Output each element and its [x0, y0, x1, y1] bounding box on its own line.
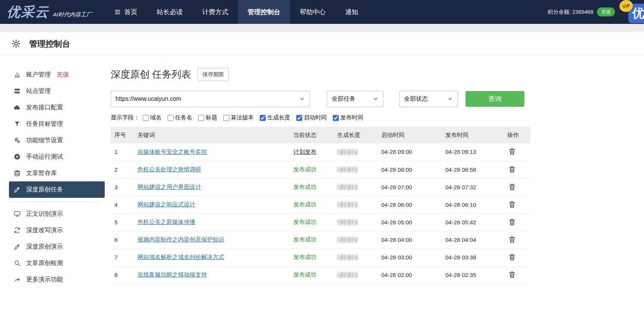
main-content: 深度原创 任务列表 保存期限 https://www.ucaiyun.com 全…	[105, 56, 524, 288]
table-row: 2危机公关处理之舆情调研发布成功04-28 08:0004-28 08:58	[111, 161, 530, 178]
status-text[interactable]: 计划发布	[293, 149, 316, 155]
keyword-link[interactable]: 网站建设之响应式设计	[138, 201, 195, 208]
table-row: 7网站域名解析之域名纠纷解决方式发布成功04-28 03:0004-28 03:…	[111, 249, 530, 266]
bar-chart-icon	[13, 71, 21, 78]
sidebar-nav: 账户管理充值站点管理发布接口配置任务目标管理功能细节设置手动运行测试文章暂存库深…	[0, 56, 105, 288]
edit-icon	[13, 243, 21, 250]
keyword-link[interactable]: 危机公关处理之舆情调研	[138, 166, 201, 172]
field-checkbox-publish-time[interactable]: 发布时间	[333, 114, 363, 122]
trash-icon	[508, 200, 516, 209]
status-text: 发布成功	[293, 219, 316, 225]
sidebar-item-feature-detail[interactable]: 功能细节设置	[9, 132, 105, 149]
masked-length-value	[337, 237, 357, 243]
checkbox-algo-version[interactable]	[223, 115, 229, 121]
task-table: 序号关键词当前状态生成长度启动时间发布时间操作 1自媒体账号安全之账号监控计划发…	[111, 127, 530, 284]
keyword-link[interactable]: 网站域名解析之域名纠纷解决方式	[138, 254, 224, 260]
keyword-link[interactable]: 自媒体账号安全之账号监控	[138, 149, 207, 155]
database-icon	[13, 169, 21, 177]
sidebar-item-demo-more[interactable]: 更多演示功能	[9, 271, 105, 288]
status-text: 发布成功	[293, 236, 316, 243]
sidebar-item-manual-test[interactable]: 手动运行测试	[9, 149, 105, 165]
delete-button[interactable]	[507, 235, 517, 245]
task-list-title: 深度原创 任务列表	[111, 68, 191, 81]
delete-button[interactable]	[507, 182, 517, 193]
masked-length-value	[337, 149, 357, 155]
keyword-link[interactable]: 在线客服功能之移动端支持	[138, 271, 207, 278]
table-row: 8在线客服功能之移动端支持发布成功04-28 02:0004-28 02:35	[111, 266, 530, 284]
brand-logo[interactable]: 优采云 AI时代内容工厂	[7, 3, 92, 21]
field-checkbox-start-time[interactable]: 启动时间	[296, 114, 327, 122]
column-header-2: 当前状态	[290, 127, 334, 143]
checkbox-gen-length[interactable]	[260, 115, 266, 121]
sidebar-item-label: 深度原创任务	[26, 186, 63, 194]
column-header-5: 发布时间	[442, 127, 503, 143]
play-icon	[13, 153, 21, 160]
sidebar-item-demo-original[interactable]: 深度原创演示	[9, 238, 105, 255]
nav-item-console[interactable]: 管理控制台	[238, 0, 290, 24]
status-select[interactable]: 全部状态	[399, 91, 458, 107]
arrow-icon	[13, 276, 21, 283]
field-checkbox-algo-version[interactable]: 算法版本	[223, 114, 254, 122]
field-checkbox-task-name[interactable]: 任务名	[168, 114, 193, 122]
row-number: 3	[111, 178, 134, 196]
query-button[interactable]: 查询	[465, 91, 524, 107]
nav-item-must-read[interactable]: 站长必读	[147, 0, 193, 24]
field-checkbox-gen-length[interactable]: 生成长度	[260, 114, 290, 122]
save-period-button[interactable]: 保存期限	[198, 68, 229, 81]
brand-tagline: AI时代内容工厂	[53, 11, 92, 18]
chevron-down-icon	[447, 96, 453, 102]
sidebar-item-task-target[interactable]: 任务目标管理	[9, 116, 105, 132]
page-header: 管理控制台	[0, 32, 644, 56]
start-time: 04-28 05:00	[378, 213, 442, 231]
keyword-link[interactable]: 网站建设之用户界面设计	[138, 184, 201, 190]
sidebar-item-demo-extract[interactable]: 正文识别演示	[9, 206, 105, 222]
sidebar-item-deep-original-task[interactable]: 深度原创任务	[9, 181, 105, 198]
table-header-row: 序号关键词当前状态生成长度启动时间发布时间操作	[111, 127, 530, 143]
sidebar-item-demo-rewrite[interactable]: 深度改写演示	[9, 222, 105, 238]
start-time: 04-28 06:00	[378, 196, 442, 213]
delete-button[interactable]	[507, 147, 517, 157]
status-text: 发布成功	[293, 201, 316, 208]
recharge-button[interactable]: 充值	[597, 7, 615, 16]
sidebar-divider	[9, 202, 100, 202]
field-checkbox-title[interactable]: 标题	[198, 114, 217, 122]
chevron-down-icon	[299, 96, 305, 102]
checkbox-label: 生成长度	[267, 114, 290, 122]
field-checkbox-domain[interactable]: 域名	[143, 114, 162, 122]
checkbox-start-time[interactable]	[296, 115, 302, 121]
site-select[interactable]: https://www.ucaiyun.com	[111, 91, 310, 107]
checkbox-task-name[interactable]	[168, 115, 174, 121]
sidebar-item-sites[interactable]: 站点管理	[9, 83, 105, 99]
sidebar-item-publish-api[interactable]: 发布接口配置	[9, 99, 105, 116]
delete-button[interactable]	[507, 270, 517, 280]
start-time: 04-28 04:00	[378, 231, 442, 249]
sidebar-item-label: 手动运行测试	[26, 153, 63, 161]
cloud-icon	[13, 104, 21, 111]
sidebar-item-label: 站点管理	[26, 87, 51, 95]
points-balance: 积分余额: 2365468	[547, 9, 593, 16]
delete-button[interactable]	[507, 200, 517, 210]
nav-item-help-center[interactable]: 帮助中心	[290, 0, 335, 24]
task-select[interactable]: 全部任务	[327, 91, 383, 107]
sidebar-item-demo-check[interactable]: 文章原创检测	[9, 255, 105, 271]
nav-item-billing[interactable]: 计费方式	[193, 0, 238, 24]
trash-icon	[508, 183, 516, 191]
nav-item-notifications[interactable]: 通知	[335, 0, 368, 24]
keyword-link[interactable]: 危机公关之新媒体传播	[138, 219, 195, 225]
delete-button[interactable]	[507, 165, 517, 175]
nav-item-home[interactable]: 首页	[104, 0, 147, 24]
start-time: 04-28 02:00	[378, 266, 442, 284]
row-number: 6	[111, 231, 134, 249]
sidebar-item-label: 账户管理	[26, 71, 51, 79]
checkbox-title[interactable]	[198, 115, 204, 121]
filter-row: https://www.ucaiyun.com 全部任务 全部状态 查询	[111, 91, 524, 107]
checkbox-publish-time[interactable]	[333, 115, 339, 121]
checkbox-domain[interactable]	[143, 115, 149, 121]
sidebar-item-article-store[interactable]: 文章暂存库	[9, 165, 105, 181]
keyword-link[interactable]: 视频内容制作之内容创意保护知识	[138, 236, 224, 243]
delete-button[interactable]	[507, 252, 517, 263]
sidebar-item-account[interactable]: 账户管理充值	[9, 66, 105, 83]
delete-button[interactable]	[507, 217, 517, 228]
sidebar-recharge-link[interactable]: 充值	[57, 71, 69, 79]
trash-icon	[508, 165, 516, 174]
